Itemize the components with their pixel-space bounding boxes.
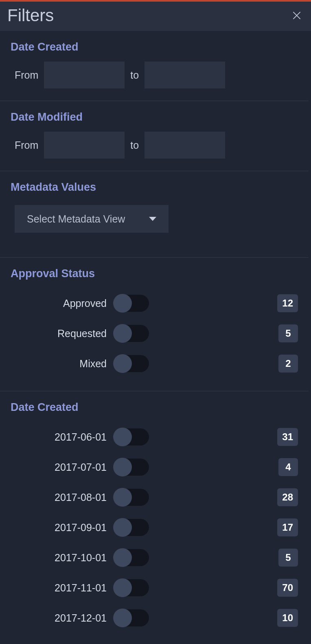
section-date-created: Date Created From to [0, 31, 309, 101]
count-badge: 5 [278, 549, 298, 567]
date-created-range: From to [11, 62, 298, 88]
section-date-created-facets: Date Created 2017-06-01 31 2017-07-01 4 … [0, 391, 309, 644]
facet-label: 2017-08-01 [11, 492, 107, 503]
section-approval-status: Approval Status Approved 12 Requested 5 … [0, 258, 309, 391]
toggle-knob [113, 518, 132, 537]
toggle-requested[interactable] [114, 325, 149, 342]
section-title-date-modified: Date Modified [11, 111, 298, 124]
facet-label: 2017-12-01 [11, 612, 107, 624]
facet-row-approved: Approved 12 [11, 288, 298, 318]
toggle-knob [113, 324, 132, 343]
date-modified-from-input[interactable] [44, 132, 125, 159]
facet-row-mixed: Mixed 2 [11, 348, 298, 379]
toggle-date-0[interactable] [114, 428, 149, 446]
from-label: From [15, 139, 38, 151]
toggle-mixed[interactable] [114, 355, 149, 372]
toggle-knob [113, 548, 132, 567]
section-title-date-created-facets: Date Created [11, 401, 298, 414]
facet-row-requested: Requested 5 [11, 318, 298, 348]
metadata-view-placeholder: Select Metadata View [27, 213, 125, 225]
facet-row-date: 2017-12-01 10 [11, 603, 298, 633]
toggle-knob [113, 488, 132, 507]
toggle-date-4[interactable] [114, 549, 149, 566]
count-badge: 17 [277, 518, 298, 536]
date-modified-range: From to [11, 132, 298, 159]
to-label: to [130, 69, 139, 81]
section-title-date-created: Date Created [11, 41, 298, 53]
count-badge: 10 [277, 609, 298, 627]
facet-label: Approved [11, 298, 107, 309]
filters-panel: Filters Date Created From to Date Modifi… [0, 0, 311, 644]
close-icon [291, 10, 302, 21]
facet-row-date: 2017-07-01 4 [11, 452, 298, 482]
from-label: From [15, 69, 38, 81]
facet-row-date: 2017-10-01 5 [11, 543, 298, 573]
date-modified-to-input[interactable] [145, 132, 225, 159]
toggle-date-5[interactable] [114, 579, 149, 596]
date-created-from-input[interactable] [44, 62, 125, 88]
count-badge: 31 [277, 428, 298, 446]
panel-header: Filters [0, 2, 311, 31]
count-badge: 5 [278, 324, 298, 342]
section-date-modified: Date Modified From to [0, 101, 309, 171]
facet-label: 2017-07-01 [11, 461, 107, 473]
facet-label: Requested [11, 328, 107, 340]
count-badge: 2 [278, 355, 298, 373]
facet-label: Mixed [11, 358, 107, 370]
toggle-date-1[interactable] [114, 459, 149, 476]
toggle-knob [113, 578, 132, 597]
panel-title: Filters [7, 6, 54, 25]
facet-row-date: 2017-08-01 28 [11, 482, 298, 512]
facet-label: 2017-11-01 [11, 582, 107, 594]
toggle-date-2[interactable] [114, 489, 149, 506]
count-badge: 70 [277, 579, 298, 597]
toggle-date-6[interactable] [114, 609, 149, 626]
toggle-knob [113, 428, 132, 446]
section-title-approval-status: Approval Status [11, 267, 298, 280]
facet-row-date: 2017-09-01 17 [11, 512, 298, 543]
chevron-down-icon [149, 217, 156, 221]
close-button[interactable] [290, 9, 304, 22]
metadata-view-select[interactable]: Select Metadata View [15, 205, 169, 233]
count-badge: 12 [277, 294, 298, 312]
toggle-knob [113, 354, 132, 373]
to-label: to [130, 139, 139, 151]
facet-row-date: 2017-11-01 70 [11, 573, 298, 603]
facet-row-date: 2017-06-01 31 [11, 422, 298, 452]
facet-label: 2017-09-01 [11, 522, 107, 534]
facet-label: 2017-06-01 [11, 431, 107, 443]
toggle-approved[interactable] [114, 295, 149, 312]
count-badge: 28 [277, 488, 298, 506]
panel-body[interactable]: Date Created From to Date Modified From … [0, 31, 311, 644]
section-metadata-values: Metadata Values Select Metadata View [0, 171, 309, 258]
count-badge: 4 [278, 458, 298, 476]
toggle-knob [113, 609, 132, 627]
toggle-date-3[interactable] [114, 519, 149, 536]
date-created-to-input[interactable] [145, 62, 225, 88]
toggle-knob [113, 294, 132, 313]
toggle-knob [113, 458, 132, 476]
facet-label: 2017-10-01 [11, 552, 107, 564]
section-title-metadata: Metadata Values [11, 181, 298, 194]
